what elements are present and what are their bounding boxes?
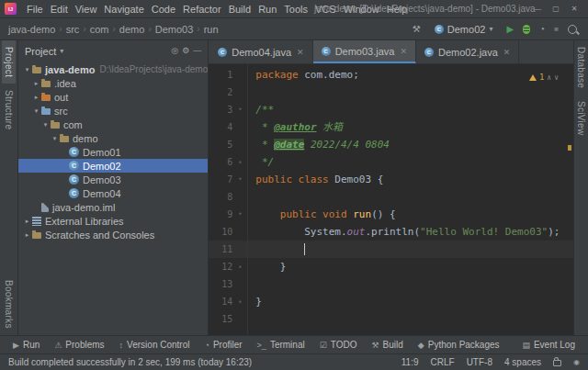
inspections-widget[interactable]: 1 ∧ ∨ [529,69,559,86]
tab-label: Demo04.java [232,47,291,58]
run-config-select[interactable]: C Demo02 ▾ [430,23,498,36]
menu-navigate[interactable]: Navigate [100,3,147,16]
editor-tab-demo03-java[interactable]: CDemo03.java✕ [313,40,416,63]
prev-warning-icon[interactable]: ∧ [547,69,551,86]
code-token: 水箱 [317,121,344,133]
tree-row-external-libraries[interactable]: ▸External Libraries [18,214,208,228]
stop-button[interactable]: ■ [554,26,559,33]
menu-refactor[interactable]: Refactor [179,3,225,16]
code-line-1: 1package com.demo; [209,66,573,84]
toolwindow-button-python-packages[interactable]: ◆Python Packages [411,336,507,353]
menu-tools[interactable]: Tools [280,3,311,16]
tree-row-demo04[interactable]: CDemo04 [18,186,208,200]
tree-label: src [54,106,68,117]
hector-inspections-icon[interactable]: ◉ [573,358,580,366]
tree-row-demo03[interactable]: CDemo03 [18,173,208,186]
toolwindow-button-profiler[interactable]: ◔Profiler [197,336,249,353]
tree-row-out[interactable]: ▸out [18,90,208,104]
tree-row-src[interactable]: ▾src [18,104,208,118]
tree-row-idea[interactable]: ▸.idea [18,76,208,90]
tool-tab-database[interactable]: Database [574,40,588,95]
menu-code[interactable]: Code [148,3,179,16]
toolwindow-button-todo[interactable]: ☑TODO [312,336,365,353]
hide-panel-icon[interactable]: — [193,47,201,55]
fold-marker-icon[interactable]: ▾ [232,101,247,118]
code-editor[interactable]: 1package com.demo;23▾/**4 * @author 水箱5 … [209,64,573,335]
tree-row-scratches-and-consoles[interactable]: ▸Scratches and Consoles [18,228,208,241]
iml-icon [41,203,49,212]
toolwindow-button-run[interactable]: ▶Run [6,336,47,353]
menu-build[interactable]: Build [225,3,254,16]
code-line-12: 12▴ } [209,258,573,275]
tree-collapse-icon[interactable]: ▾ [31,107,41,115]
tool-tab-bookmarks[interactable]: Bookmarks [2,274,16,335]
tool-tab-sciview[interactable]: SciView [574,95,588,142]
indent-setting[interactable]: 4 spaces [504,357,541,367]
class-icon: C [218,48,227,57]
class-icon: C [435,25,444,34]
tool-tab-project[interactable]: Project [2,40,16,84]
tree-expand-icon[interactable]: ▸ [31,80,41,87]
tree-label: Demo02 [83,161,121,172]
toolwindow-button-problems[interactable]: ⚠Problems [47,336,111,353]
build-hammer-icon[interactable]: ⚒ [413,25,421,34]
project-panel-title[interactable]: Project [25,46,56,57]
code-line-2: 2 [209,84,573,101]
editor-tab-demo02-java[interactable]: CDemo02.java✕ [416,40,519,63]
profiler-button[interactable]: ◔ [539,25,545,34]
tree-expand-icon[interactable]: ▸ [31,94,41,101]
breadcrumb-item-com[interactable]: com [90,24,109,35]
breadcrumb-item-demo[interactable]: demo [119,24,145,35]
locate-file-icon[interactable]: ◎ [171,47,178,55]
close-button[interactable]: ✕ [565,5,583,13]
line-separator[interactable]: CRLF [431,357,455,367]
tree-row-java-demo-iml[interactable]: java-demo.iml [18,200,208,214]
vcs-icon: ↕ [119,341,124,350]
tool-tab-structure[interactable]: Structure [2,84,16,136]
lock-icon[interactable] [553,360,561,366]
tree-expand-icon[interactable]: ▸ [22,218,32,225]
close-tab-icon[interactable]: ✕ [400,47,407,56]
menu-view[interactable]: View [72,3,101,16]
breadcrumb-item-demo03[interactable]: Demo03 [155,24,194,35]
tree-row-demo[interactable]: ▾demo [18,131,208,145]
fold-marker-icon[interactable]: ▴ [232,258,247,275]
tree-row-demo02[interactable]: CDemo02 [18,159,208,173]
toolwindow-button-terminal[interactable]: >_Terminal [250,336,312,353]
tree-collapse-icon[interactable]: ▾ [40,121,51,129]
menu-edit[interactable]: Edit [47,3,72,16]
toolwindow-button-event-log[interactable]: ▤Event Log [514,336,582,353]
next-warning-icon[interactable]: ∨ [554,69,559,86]
tree-row-java-demo[interactable]: ▾java-demoD:\IdeaProjects\java-demo [18,62,208,76]
toolwindow-button-version-control[interactable]: ↕Version Control [112,336,198,353]
tree-row-demo01[interactable]: CDemo01 [18,145,208,159]
settings-gear-icon[interactable]: ⚙ [182,47,189,55]
maximize-button[interactable]: ▢ [547,5,565,13]
scratch-icon [32,232,41,239]
breadcrumb-item-src[interactable]: src [66,24,80,35]
fold-marker-icon[interactable]: ▾ [232,206,247,223]
breadcrumb-item-java-demo[interactable]: java-demo [8,24,55,35]
file-encoding[interactable]: UTF-8 [467,357,492,367]
menu-file[interactable]: File [23,3,47,16]
breadcrumb-item-run[interactable]: run [204,24,219,35]
tree-expand-icon[interactable]: ▸ [22,231,32,239]
search-icon[interactable] [568,25,577,34]
code-text: public void run() { [247,206,395,223]
toolwindow-button-build[interactable]: ⚒Build [364,336,410,353]
tree-collapse-icon[interactable]: ▾ [50,135,60,142]
debug-button[interactable] [523,25,530,34]
fold-marker-icon[interactable]: ▴ [232,153,247,171]
tree-row-com[interactable]: ▾com [18,118,208,131]
menu-run[interactable]: Run [254,3,280,16]
fold-marker-icon[interactable]: ▴ [232,293,247,310]
editor-tab-demo04-java[interactable]: CDemo04.java✕ [209,40,312,63]
tree-collapse-icon[interactable]: ▾ [22,66,32,73]
caret-position[interactable]: 11:9 [401,357,419,367]
code-text: * @date 2022/4/4 0804 [247,136,390,153]
fold-marker-icon[interactable]: ▾ [232,171,247,188]
project-tree: ▾java-demoD:\IdeaProjects\java-demo▸.ide… [18,62,208,335]
run-button[interactable]: ▶ [506,25,514,34]
close-tab-icon[interactable]: ✕ [503,48,511,57]
close-tab-icon[interactable]: ✕ [297,48,304,57]
